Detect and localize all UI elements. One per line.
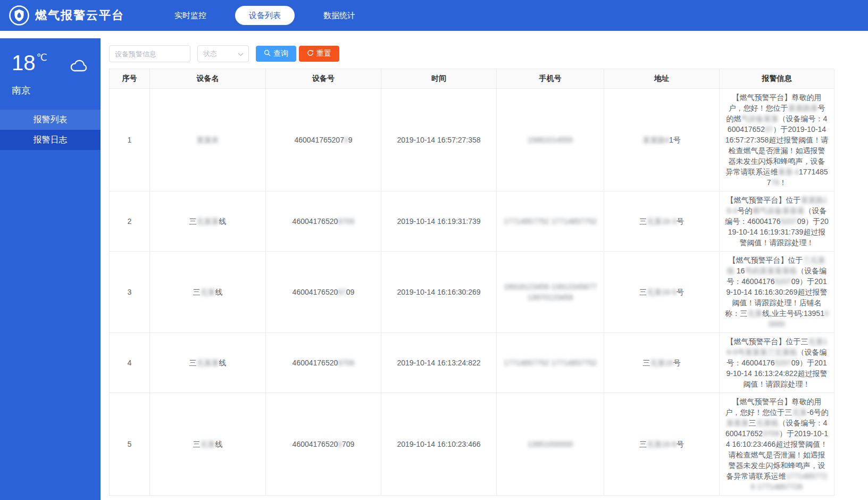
alarm-table: 序号 设备名 设备号 时间 手机号 地址 报警信息 1某某未4600417652…	[109, 69, 834, 496]
cell-time: 2019-10-14 16:10:23:466	[381, 393, 497, 496]
cell-text: 号	[677, 217, 684, 226]
cell-text: 46004176520	[293, 288, 338, 296]
cell-text: 4	[128, 359, 132, 367]
temperature-unit: ℃	[37, 52, 47, 63]
cell-text: 46004176520	[293, 217, 338, 226]
cell-device-name: 三元某某线	[150, 333, 266, 393]
redacted-text: 某某 4	[778, 168, 799, 176]
status-select[interactable]: 状态	[197, 45, 249, 62]
cell-text: 1号	[669, 136, 681, 144]
cell-text: 5	[128, 440, 132, 448]
page-body: 18℃ 南京 报警列表 报警日志 状态	[0, 31, 868, 500]
redacted-text: 元某16-6	[647, 440, 677, 448]
cell-index: 3	[110, 252, 150, 333]
redacted-text: 某某未	[197, 136, 219, 144]
cell-text: 2019-10-14 16:13:24:822	[397, 359, 480, 367]
col-device-name: 设备名	[150, 69, 266, 89]
cell-text: 1	[128, 136, 132, 144]
cell-alarm-message: 【燃气预警平台】位于三元某线 16号的某某某某线（设备编号：4600417652…	[720, 252, 834, 333]
query-button[interactable]: 查询	[256, 46, 296, 62]
redacted-text: 某某路某	[788, 104, 818, 112]
nav-item-realtime-monitor[interactable]: 实时监控	[161, 6, 220, 25]
search-icon	[264, 49, 271, 58]
cell-text: 三	[189, 217, 197, 226]
table-row[interactable]: 3三元某线4600417652067092019-10-14 16:16:30:…	[110, 252, 834, 333]
redacted-text: 18918123456 13912345677 13970123459	[504, 282, 597, 302]
cell-time: 2019-10-14 16:57:27:358	[381, 89, 497, 191]
reset-button-label: 重置	[316, 49, 331, 59]
cell-phone: 17714857752 17714857752	[497, 191, 604, 252]
weather-widget: 18℃ 南京	[0, 38, 101, 97]
cell-text: 三	[639, 440, 647, 448]
sidebar: 18℃ 南京 报警列表 报警日志	[0, 38, 101, 500]
cell-text: 46004176520	[293, 440, 338, 448]
main-content: 状态 查询	[101, 31, 868, 500]
cell-text: 【燃气预警平台】位于	[727, 196, 801, 204]
cell-device-name: 三元某某线	[150, 191, 266, 252]
cell-text: 三	[193, 440, 201, 448]
cell-text: 2019-10-14 16:10:23:466	[397, 440, 480, 448]
cell-text: 2	[128, 217, 132, 226]
redacted-text: 6709	[338, 217, 354, 226]
cell-text: 线	[219, 359, 227, 367]
search-input[interactable]	[109, 45, 190, 62]
cell-phone: 18918123456 13912345677 13970123459	[497, 252, 604, 333]
redacted-text: 6709	[338, 359, 354, 367]
table-row[interactable]: 5三元某线4600417652067092019-10-14 16:10:23:…	[110, 393, 834, 496]
temperature-value: 18	[12, 51, 36, 74]
table-row[interactable]: 4三元某某线4600417652067092019-10-14 16:13:24…	[110, 333, 834, 393]
col-alarm-message: 报警信息	[720, 69, 834, 89]
redacted-text: 气设备某某	[741, 114, 779, 123]
cell-text: 三	[740, 309, 747, 318]
redacted-text: 0709	[763, 429, 779, 438]
cell-phone: 17714857752 17714857752	[497, 333, 604, 393]
col-device-no: 设备号	[266, 69, 381, 89]
cell-text: 【燃气预警平台】位于三	[727, 337, 808, 346]
cell-time: 2019-10-14 16:16:30:269	[381, 252, 497, 333]
redacted-text: 17714857752 17714857752	[504, 359, 597, 367]
cell-text: 三	[642, 359, 650, 367]
cell-text: 46004176520	[293, 359, 338, 367]
cell-text: 【燃气预警平台】位于	[729, 256, 803, 264]
redacted-text: 元某16-5	[647, 288, 677, 296]
shield-flame-icon	[9, 5, 30, 26]
cell-alarm-message: 【燃气预警平台】位于某某路16-3号的燃气设备某某某（设备编号：46004176…	[720, 191, 834, 252]
table-row[interactable]: 1某某未460041765207092019-10-14 16:57:27:35…	[110, 89, 834, 191]
cell-alarm-message: 【燃气预警平台】尊敬的用户，您好！您位于某某路某号的燃气设备某某（设备编号：46…	[720, 89, 834, 191]
table-row[interactable]: 2三元某某线4600417652067092019-10-14 16:19:31…	[110, 191, 834, 252]
redacted-text: 元某	[792, 408, 807, 416]
cell-time: 2019-10-14 16:19:31:739	[381, 191, 497, 252]
cell-index: 4	[110, 333, 150, 393]
nav-item-data-statistics[interactable]: 数据统计	[310, 6, 369, 25]
cloud-icon	[69, 57, 89, 76]
cell-text: 9	[348, 136, 353, 144]
redacted-text: 76	[771, 178, 780, 187]
cell-device-no: 460041765206709	[266, 333, 381, 393]
redacted-text: 元某某	[197, 217, 219, 226]
cell-text: 09	[346, 288, 355, 296]
nav-item-device-list[interactable]: 设备列表	[235, 6, 295, 25]
cell-text: 号的	[738, 206, 753, 215]
redacted-text: 元某某	[197, 359, 219, 367]
query-button-label: 查询	[273, 49, 288, 59]
redacted-text: 元某16-3	[647, 217, 677, 226]
toolbar: 状态 查询	[109, 45, 868, 62]
redacted-text: 6	[338, 440, 342, 448]
redacted-text: 元某线	[756, 419, 779, 427]
cell-text: 709	[342, 440, 354, 448]
reset-button[interactable]: 重置	[299, 46, 339, 62]
redacted-text: 某某某	[727, 419, 749, 427]
redacted-text: 5207	[775, 277, 791, 286]
cell-address: 三元某16-3号	[604, 191, 720, 252]
redacted-text: 元某16	[650, 359, 673, 367]
sidebar-item-alarm-log[interactable]: 报警日志	[0, 130, 101, 150]
cell-text: 三	[749, 419, 756, 427]
col-time: 时间	[381, 69, 497, 89]
cell-index: 1	[110, 89, 150, 191]
refresh-icon	[307, 49, 314, 58]
col-address: 地址	[604, 69, 720, 89]
cell-text: 线	[215, 440, 223, 448]
redacted-text: 5207	[775, 359, 791, 367]
sidebar-item-alarm-list[interactable]: 报警列表	[0, 110, 101, 130]
redacted-text: 67	[338, 288, 346, 296]
